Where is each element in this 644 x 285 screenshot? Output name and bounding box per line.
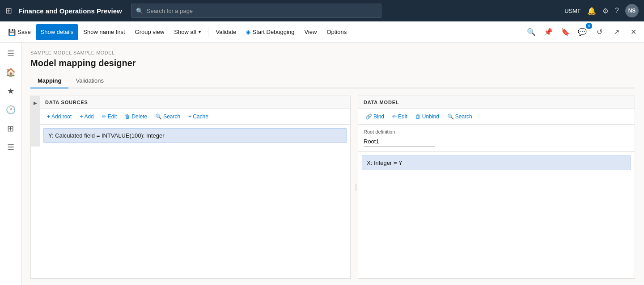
search-ds-button[interactable]: 🔍 Search bbox=[152, 112, 184, 122]
edit-ds-button[interactable]: ✏ Edit bbox=[98, 112, 121, 122]
dm-toolbar: 🔗 Bind ✏ Edit 🗑 Unbind 🔍 Search bbox=[358, 109, 635, 125]
pencil-icon: ✏ bbox=[102, 113, 106, 120]
close-icon[interactable]: ✕ bbox=[626, 25, 640, 39]
search-toolbar-icon[interactable]: 🔍 bbox=[524, 25, 538, 39]
delete-ds-button[interactable]: 🗑 Delete bbox=[121, 112, 151, 122]
pin-icon[interactable]: 📌 bbox=[541, 25, 555, 39]
search-dm-button[interactable]: 🔍 Search bbox=[444, 112, 476, 122]
usmf-label: USMF bbox=[564, 8, 581, 14]
pencil-icon-dm: ✏ bbox=[392, 113, 397, 120]
message-icon[interactable]: 💬 0 bbox=[575, 25, 589, 39]
search-icon-ds: 🔍 bbox=[155, 113, 162, 120]
app-title: Finance and Operations Preview bbox=[18, 7, 122, 15]
separator-1 bbox=[208, 27, 208, 38]
add-button[interactable]: + Add bbox=[76, 112, 97, 122]
root-definition-area: Root definition Root1 bbox=[358, 125, 635, 152]
divider-handle: | bbox=[355, 183, 357, 191]
view-button[interactable]: View bbox=[300, 24, 321, 40]
sidebar-home[interactable]: 🏠 bbox=[2, 63, 20, 81]
collapse-panel-button[interactable]: ▶ bbox=[31, 96, 40, 147]
ds-toolbar: + Add root + Add ✏ Edit bbox=[40, 109, 350, 125]
add-root-button[interactable]: + Add root bbox=[43, 112, 75, 122]
bookmark-icon[interactable]: 🔖 bbox=[558, 25, 572, 39]
data-sources-header: DATA SOURCES bbox=[40, 96, 350, 109]
options-button[interactable]: Options bbox=[322, 24, 351, 40]
notification-badge: 0 bbox=[586, 23, 592, 29]
cache-button[interactable]: + Cache bbox=[185, 112, 212, 122]
notifications-icon[interactable]: 🔔 bbox=[587, 7, 596, 15]
main-layout: ☰ 🏠 ★ 🕐 ⊞ ☰ SAMPLE MODEL SAMPLE MODEL Mo… bbox=[0, 43, 644, 285]
settings-icon[interactable]: ⚙ bbox=[602, 7, 609, 15]
panel-divider[interactable]: | bbox=[354, 96, 358, 279]
plus-icon: + bbox=[47, 113, 50, 120]
ds-content: Y: Calculated field = INTVALUE(100): Int… bbox=[40, 125, 350, 147]
dm-content: X: Integer = Y bbox=[358, 152, 635, 278]
top-nav-right: USMF 🔔 ⚙ ? NS bbox=[564, 4, 639, 17]
toolbar-right: 🔍 📌 🔖 💬 0 ↺ ↗ ✕ bbox=[524, 25, 640, 39]
avatar[interactable]: NS bbox=[625, 4, 639, 17]
search-bar[interactable]: 🔍 Search for a page bbox=[131, 4, 381, 18]
breadcrumb: SAMPLE MODEL SAMPLE MODEL bbox=[30, 50, 635, 55]
dm-row[interactable]: X: Integer = Y bbox=[362, 155, 631, 170]
app-grid-icon[interactable]: ⊞ bbox=[5, 6, 12, 16]
sidebar-favorites[interactable]: ★ bbox=[2, 82, 20, 100]
plus-icon-2: + bbox=[80, 113, 83, 120]
data-model-header: DATA MODEL bbox=[358, 96, 635, 109]
plus-icon-cache: + bbox=[188, 113, 191, 120]
search-icon-dm: 🔍 bbox=[447, 113, 454, 120]
unlink-icon: 🗑 bbox=[415, 113, 421, 120]
trash-icon: 🗑 bbox=[125, 113, 130, 120]
sidebar-list[interactable]: ☰ bbox=[2, 138, 20, 156]
show-name-first-button[interactable]: Show name first bbox=[79, 24, 129, 40]
show-all-button[interactable]: Show all bbox=[169, 24, 205, 40]
sidebar-recent[interactable]: 🕐 bbox=[2, 101, 20, 119]
search-icon: 🔍 bbox=[136, 8, 143, 14]
start-debugging-button[interactable]: ◉ Start Debugging bbox=[242, 24, 299, 40]
edit-dm-button[interactable]: ✏ Edit bbox=[389, 112, 411, 122]
page-content: SAMPLE MODEL SAMPLE MODEL Model mapping … bbox=[21, 43, 644, 285]
ds-row[interactable]: Y: Calculated field = INTVALUE(100): Int… bbox=[43, 128, 347, 143]
sidebar-workspaces[interactable]: ⊞ bbox=[2, 120, 20, 138]
unbind-button[interactable]: 🗑 Unbind bbox=[412, 112, 443, 122]
toolbar: 💾 Save Show details Show name first Grou… bbox=[0, 21, 644, 43]
top-nav: ⊞ Finance and Operations Preview 🔍 Searc… bbox=[0, 0, 644, 21]
sidebar-hamburger[interactable]: ☰ bbox=[2, 45, 20, 63]
tabs: Mapping Validations bbox=[30, 75, 635, 88]
refresh-icon[interactable]: ↺ bbox=[592, 25, 606, 39]
help-icon[interactable]: ? bbox=[615, 7, 619, 15]
show-details-button[interactable]: Show details bbox=[36, 24, 78, 40]
group-view-button[interactable]: Group view bbox=[131, 24, 169, 40]
root-definition-label: Root definition bbox=[364, 129, 629, 134]
page-title: Model mapping designer bbox=[30, 58, 635, 68]
root-definition-value[interactable]: Root1 bbox=[364, 136, 435, 147]
panels: ▶ DATA SOURCES + Add root + Add bbox=[30, 96, 635, 279]
validate-button[interactable]: Validate bbox=[211, 24, 241, 40]
save-icon: 💾 bbox=[8, 29, 16, 36]
tab-mapping[interactable]: Mapping bbox=[30, 75, 68, 88]
save-button[interactable]: 💾 Save bbox=[4, 24, 35, 40]
data-model-panel: DATA MODEL 🔗 Bind ✏ Edit 🗑 Unbind bbox=[358, 96, 635, 279]
open-external-icon[interactable]: ↗ bbox=[609, 25, 623, 39]
tab-validations[interactable]: Validations bbox=[68, 75, 111, 88]
link-icon: 🔗 bbox=[365, 113, 372, 120]
bind-button[interactable]: 🔗 Bind bbox=[362, 112, 388, 122]
search-placeholder: Search for a page bbox=[147, 8, 193, 14]
debug-icon: ◉ bbox=[246, 29, 250, 35]
side-nav: ☰ 🏠 ★ 🕐 ⊞ ☰ bbox=[0, 43, 21, 285]
data-sources-panel: ▶ DATA SOURCES + Add root + Add bbox=[30, 96, 351, 279]
